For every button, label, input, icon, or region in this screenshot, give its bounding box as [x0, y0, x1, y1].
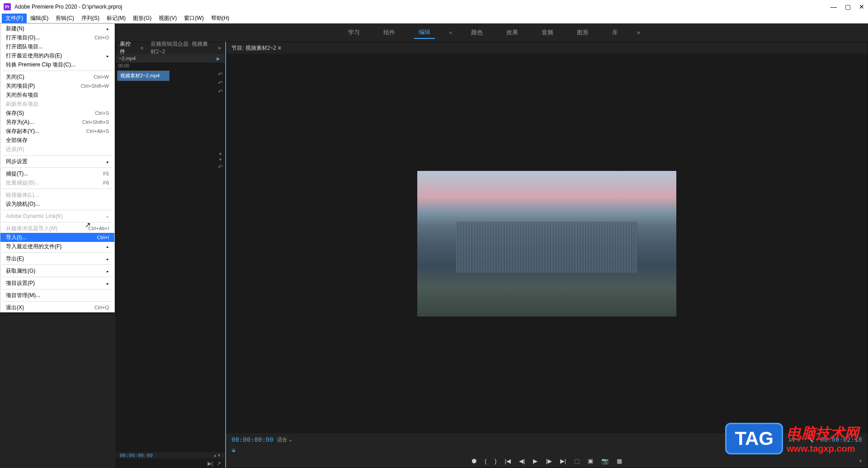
app-icon: Pr	[4, 3, 11, 10]
go-out-icon[interactable]: ▶|	[560, 458, 566, 464]
menu-item[interactable]: 导入最近使用的文件(F)	[0, 242, 114, 251]
workspace-bar: 学习 组件 编辑 ≡ 颜色 效果 音频 图形 库 »	[116, 24, 868, 42]
play-icon[interactable]: ▶|	[208, 460, 213, 467]
effect-controls-body: ~2.mp4 ▶ 00:00 视频素材2~2.mp4 ↶ ↶ ↶ ▲ ▼ ↶	[116, 54, 225, 468]
menu-item[interactable]: 关闭所有项目	[0, 90, 114, 99]
menu-help[interactable]: 帮助(H)	[208, 14, 233, 23]
export-icon[interactable]: ↗	[217, 460, 221, 467]
watermark-title: 电脑技术网	[787, 424, 859, 444]
ws-learn[interactable]: 学习	[344, 27, 364, 38]
tab-effect-controls[interactable]: 果控件	[120, 40, 133, 56]
maximize-button[interactable]: ▢	[845, 3, 851, 10]
menu-sequence[interactable]: 序列(S)	[78, 14, 103, 23]
ws-audio[interactable]: 音频	[537, 27, 558, 38]
play-indicator-icon: ▶	[217, 56, 220, 61]
menu-item[interactable]: 项目管理(M)...	[0, 291, 114, 300]
undo-icon[interactable]: ↶	[218, 164, 223, 170]
undo-icon[interactable]: ↶	[218, 80, 223, 86]
menu-item[interactable]: 导出(E)	[0, 254, 114, 263]
menu-item[interactable]: 打开最近使用的内容(E)	[0, 51, 114, 60]
close-button[interactable]: ✕	[859, 3, 864, 10]
window-controls: — ▢ ✕	[830, 3, 864, 10]
collapse-down-icon[interactable]: ▼	[218, 157, 222, 162]
window-title: Adobe Premiere Pro 2020 - D:\pr\work.prp…	[14, 4, 830, 10]
undo-icon[interactable]: ↶	[218, 88, 223, 95]
menu-item[interactable]: 项目设置(P)	[0, 279, 114, 288]
ws-graphics[interactable]: 图形	[572, 27, 593, 38]
menu-item[interactable]: 打开团队项目...	[0, 42, 114, 51]
effect-item[interactable]: 视频素材2~2.mp4	[117, 71, 170, 81]
fit-dropdown[interactable]: 适合 ⌄	[277, 436, 292, 443]
ws-menu-icon[interactable]: ≡	[449, 30, 452, 35]
menu-item[interactable]: 退出(X)Ctrl+Q	[0, 303, 114, 312]
minimize-button[interactable]: —	[830, 3, 837, 10]
ws-effects[interactable]: 效果	[502, 27, 523, 38]
menu-item[interactable]: 关闭(C)Ctrl+W	[0, 72, 114, 81]
ws-libraries[interactable]: 库	[608, 27, 623, 38]
watermark: TAG 电脑技术网 www.tagxp.com	[725, 423, 859, 454]
program-tab[interactable]: 节目: 视频素材2~2 ≡	[231, 44, 281, 52]
button-editor-icon[interactable]: +	[859, 458, 862, 464]
menu-item[interactable]: 全部保存	[0, 136, 114, 145]
source-tc: 00:00:00:00	[120, 453, 153, 459]
menu-item[interactable]: 设为脱机(O)...	[0, 199, 114, 208]
program-viewer[interactable]	[226, 54, 868, 433]
export-frame-icon[interactable]: 📷	[601, 458, 609, 464]
menu-view[interactable]: 视图(V)	[155, 14, 180, 23]
program-tc-left[interactable]: 00:00:00:00	[231, 436, 274, 443]
menu-item: 批量捕捉(B)...F6	[0, 178, 114, 187]
play-icon[interactable]: ▶	[533, 458, 538, 464]
program-panel: 节目: 视频素材2~2 ≡ 00:00:00:00 适合 ⌄ 1/2 ⌄ 🔧 0…	[225, 42, 868, 468]
menu-clip[interactable]: 剪辑(C)	[52, 14, 78, 23]
ws-editing[interactable]: 编辑	[414, 26, 435, 39]
title-bar: Pr Adobe Premiere Pro 2020 - D:\pr\work.…	[0, 0, 868, 14]
ws-assembly[interactable]: 组件	[379, 27, 400, 38]
menu-item[interactable]: 另存为(A)...Ctrl+Shift+S	[0, 118, 114, 127]
menu-edit[interactable]: 编辑(E)	[27, 14, 52, 23]
menu-window[interactable]: 窗口(W)	[180, 14, 207, 23]
tabs-overflow[interactable]: »	[218, 45, 221, 51]
menu-item[interactable]: 捕捉(T)...F5	[0, 169, 114, 178]
menu-item: 刷新所有项目	[0, 99, 114, 109]
step-forward-icon[interactable]: |▶	[546, 458, 552, 464]
menu-item[interactable]: 同步设置	[0, 157, 114, 166]
lift-icon[interactable]: ⬚	[574, 458, 580, 464]
menu-item: 从媒体浏览器导入(M)Ctrl+Alt+I	[0, 224, 114, 233]
menu-item[interactable]: 打开项目(O)...Ctrl+O	[0, 33, 114, 42]
source-tabs: 果控件 ≡ 音频剪辑混合器: 视频素材2~2 »	[116, 42, 225, 54]
undo-icon[interactable]: ↶	[218, 71, 223, 78]
menu-graphics[interactable]: 图形(G)	[129, 14, 155, 23]
ws-overflow[interactable]: »	[637, 29, 640, 36]
menu-file[interactable]: 文件(F)	[2, 14, 27, 23]
watermark-tag: TAG	[725, 423, 783, 454]
program-column: 节目: 视频素材2~2 ≡ 00:00:00:00 适合 ⌄ 1/2 ⌄ 🔧 0…	[225, 42, 868, 468]
scroll-arrows[interactable]: ▲▼	[213, 453, 221, 458]
program-tabs: 节目: 视频素材2~2 ≡	[226, 42, 868, 54]
step-back-icon[interactable]: ◀|	[519, 458, 525, 464]
mark-out-icon[interactable]: }	[495, 458, 496, 464]
comparison-icon[interactable]: ▦	[617, 458, 622, 464]
go-in-icon[interactable]: |◀	[505, 458, 511, 464]
menu-item[interactable]: 关闭项目(P)Ctrl+Shift+W	[0, 81, 114, 90]
source-panel: 果控件 ≡ 音频剪辑混合器: 视频素材2~2 » ~2.mp4 ▶ 00:00 …	[116, 42, 225, 468]
menu-item: Adobe Dynamic Link(K)	[0, 212, 114, 221]
menu-markers[interactable]: 标记(M)	[103, 14, 129, 23]
collapse-up-icon[interactable]: ▲	[218, 151, 222, 156]
menu-item: 还原(R)	[0, 145, 114, 154]
ws-color[interactable]: 颜色	[467, 27, 487, 38]
menu-item[interactable]: 获取属性(G)	[0, 266, 114, 275]
extract-icon[interactable]: ▣	[588, 458, 593, 464]
add-marker-icon[interactable]: ⬢	[472, 458, 476, 464]
mark-in-icon[interactable]: {	[485, 458, 486, 464]
menu-item: 链接媒体(L)...	[0, 190, 114, 199]
playhead-icon[interactable]: ⬙	[231, 447, 236, 453]
menu-item[interactable]: 新建(N)	[0, 24, 114, 33]
menu-item[interactable]: 转换 Premiere Clip 项目(C)...	[0, 60, 114, 69]
transport-bar: ⬢ { } |◀ ◀| ▶ |▶ ▶| ⬚ ▣ 📷 ▦ +	[226, 454, 868, 468]
menu-bar: 文件(F) 编辑(E) 剪辑(C) 序列(S) 标记(M) 图形(G) 视图(V…	[0, 14, 868, 24]
menu-item[interactable]: 保存(S)Ctrl+S	[0, 109, 114, 118]
tab-audio-mixer[interactable]: 音频剪辑混合器: 视频素材2~2	[151, 40, 211, 56]
tab-menu-icon[interactable]: ≡	[141, 46, 143, 51]
menu-item[interactable]: 导入(I)...Ctrl+I	[0, 233, 114, 242]
menu-item[interactable]: 保存副本(Y)...Ctrl+Alt+S	[0, 127, 114, 136]
